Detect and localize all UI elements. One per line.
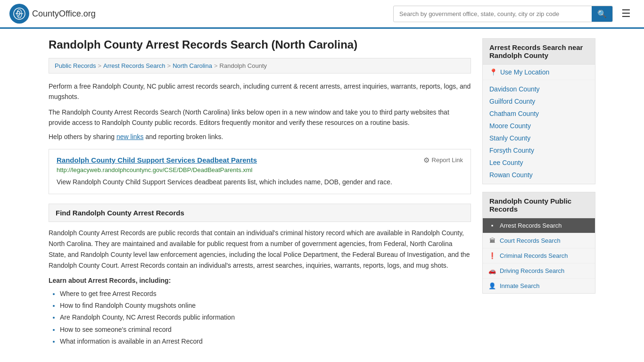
inmate-icon: 👤 xyxy=(488,282,496,289)
public-records-court[interactable]: 🏛 Court Records Search xyxy=(483,233,595,248)
report-link[interactable]: ⚙ Report Link xyxy=(423,156,463,165)
sidebar-item-davidson[interactable]: Davidson County xyxy=(483,83,595,95)
find-records-section: Find Randolph County Arrest Records xyxy=(49,204,471,222)
sidebar-item-guilford[interactable]: Guilford County xyxy=(483,95,595,107)
nearby-list: Davidson County Guilford County Chatham … xyxy=(483,80,595,184)
public-records-item-inmate[interactable]: 👤 Inmate Search xyxy=(483,279,595,293)
intro-text-2: The Randolph County Arrest Records Searc… xyxy=(49,107,471,128)
page-title: Randolph County Arrest Records Search (N… xyxy=(49,38,471,51)
main-container: Randolph County Arrest Records Search (N… xyxy=(39,29,605,357)
public-records-item-arrest[interactable]: ▪ Arrest Records Search xyxy=(483,218,595,233)
breadcrumb: Public Records > Arrest Records Search >… xyxy=(49,58,471,74)
list-item[interactable]: How to see someone's criminal record xyxy=(60,324,471,336)
driving-icon: 🚗 xyxy=(488,267,496,274)
breadcrumb-public-records[interactable]: Public Records xyxy=(55,62,96,69)
list-item[interactable]: Where to get free Arrest Records xyxy=(60,288,471,300)
public-records-item-court[interactable]: 🏛 Court Records Search xyxy=(483,233,595,248)
sidebar-item-forsyth[interactable]: Forsyth County xyxy=(483,144,595,156)
public-records-title: Randolph County Public Records xyxy=(483,192,595,218)
logo-text: CountyOffice.org xyxy=(32,9,96,19)
search-input[interactable] xyxy=(394,7,592,21)
learn-heading: Learn about Arrest Records, including: xyxy=(49,277,471,284)
sidebar-item-rowan[interactable]: Rowan County xyxy=(483,169,595,181)
sidebar-item-chatham[interactable]: Chatham County xyxy=(483,107,595,120)
report-icon: ⚙ xyxy=(423,156,429,165)
site-header: CountyOffice.org 🔍 ☰ xyxy=(0,0,644,29)
location-icon: 📍 xyxy=(489,68,497,76)
public-records-list: ▪ Arrest Records Search 🏛 Court Records … xyxy=(483,218,595,293)
list-item[interactable]: What information is available in an Arre… xyxy=(60,336,471,347)
link-card: Randolph County Child Support Services D… xyxy=(49,149,471,194)
search-button[interactable]: 🔍 xyxy=(592,6,612,22)
public-records-driving[interactable]: 🚗 Driving Records Search xyxy=(483,263,595,279)
section-body: Randolph County Arrest Records are publi… xyxy=(49,228,471,271)
link-url[interactable]: http://legacyweb.randolphcountync.gov/CS… xyxy=(57,166,463,173)
criminal-icon: ❗ xyxy=(488,252,496,259)
content-area: Randolph County Arrest Records Search (N… xyxy=(49,38,471,347)
new-links-link[interactable]: new links xyxy=(116,133,144,140)
arrest-icon: ▪ xyxy=(488,222,496,229)
sidebar: Arrest Records Search near Randolph Coun… xyxy=(482,38,595,347)
court-icon: 🏛 xyxy=(488,237,496,244)
breadcrumb-north-carolina[interactable]: North Carolina xyxy=(173,62,212,69)
help-text: Help others by sharing new links and rep… xyxy=(49,133,471,140)
menu-button[interactable]: ☰ xyxy=(618,6,635,22)
sidebar-item-stanly[interactable]: Stanly County xyxy=(483,132,595,144)
intro-text-1: Perform a free Randolph County, NC publi… xyxy=(49,81,471,102)
breadcrumb-arrest-records[interactable]: Arrest Records Search xyxy=(103,62,165,69)
section-title: Find Randolph County Arrest Records xyxy=(56,209,464,217)
public-records-criminal[interactable]: ❗ Criminal Records Search xyxy=(483,248,595,263)
sidebar-item-moore[interactable]: Moore County xyxy=(483,120,595,132)
list-item[interactable]: Are Randolph County, NC Arrest Records p… xyxy=(60,312,471,323)
link-card-title[interactable]: Randolph County Child Support Services D… xyxy=(57,156,257,164)
breadcrumb-current: Randolph County xyxy=(220,62,267,69)
learn-list: Where to get free Arrest Records How to … xyxy=(49,288,471,347)
nearby-title: Arrest Records Search near Randolph Coun… xyxy=(483,39,595,65)
public-records-item-criminal[interactable]: ❗ Criminal Records Search xyxy=(483,248,595,263)
link-card-header: Randolph County Child Support Services D… xyxy=(57,156,463,165)
public-records-arrest[interactable]: ▪ Arrest Records Search xyxy=(483,218,595,233)
logo-icon xyxy=(9,4,29,24)
link-desc: View Randolph County Child Support Servi… xyxy=(57,177,463,187)
nearby-section: Arrest Records Search near Randolph Coun… xyxy=(482,38,595,184)
header-controls: 🔍 ☰ xyxy=(393,6,635,22)
public-records-inmate[interactable]: 👤 Inmate Search xyxy=(483,279,595,293)
search-bar: 🔍 xyxy=(393,6,613,22)
list-item[interactable]: How to find Randolph County mugshots onl… xyxy=(60,300,471,312)
use-location[interactable]: 📍 Use My Location xyxy=(483,65,595,80)
use-location-link[interactable]: Use My Location xyxy=(500,68,549,76)
sidebar-item-lee[interactable]: Lee County xyxy=(483,156,595,169)
public-records-section: Randolph County Public Records ▪ Arrest … xyxy=(482,192,595,294)
logo[interactable]: CountyOffice.org xyxy=(9,4,96,24)
public-records-item-driving[interactable]: 🚗 Driving Records Search xyxy=(483,263,595,278)
